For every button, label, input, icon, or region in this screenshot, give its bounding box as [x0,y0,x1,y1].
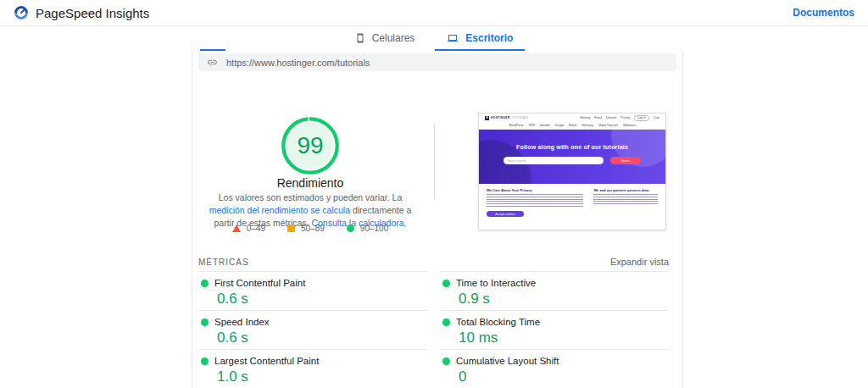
thumb-privacy-textlines [487,194,583,208]
metrics-grid: First Contentful Paint 0.6 s Time to Int… [198,271,669,388]
measurement-link[interactable]: medición del rendimiento se calcula [209,205,350,215]
thumb-subnav-item: Webinars [623,124,636,127]
thumb-subnav-item: VPN [529,124,535,127]
green-dot-icon [201,358,209,365]
thumb-subnav-item: Email [569,124,576,127]
disclaimer-text: Los valores son estimados y pueden varia… [219,192,403,202]
smartphone-icon [355,33,365,43]
legend-range: 0–49 [247,224,265,233]
metric-name: Total Blocking Time [456,317,540,327]
thumb-cart: Cart [654,116,659,119]
vertical-divider [434,123,435,199]
metric-total-blocking-time: Total Blocking Time 10 ms [440,310,669,349]
metric-largest-contentful-paint: Largest Contentful Paint 1.0 s [198,349,427,388]
device-tabs: Celulares Escritorio [0,27,868,51]
thumb-login-button: Log in [634,115,650,121]
metric-value: 0.6 s [217,330,427,346]
report-card: https://www.hostinger.com/tutorials 99 R… [192,51,683,388]
link-icon [207,57,218,68]
green-dot-icon [201,280,209,287]
thumb-subnav-item: Drupal [555,124,564,127]
app-title: PageSpeed Insights [36,6,149,20]
expand-view-link[interactable]: Expandir vista [610,257,669,267]
metric-name: Cumulative Layout Shift [456,356,559,366]
thumb-partners-textlines [593,194,658,204]
green-dot-icon [442,319,450,326]
page-url[interactable]: https://www.hostinger.com/tutorials [226,58,370,68]
performance-gauge: 99 [280,115,341,176]
pagespeed-logo-icon [14,5,29,20]
thumb-logo-text: HOSTINGER [491,116,510,119]
thumb-site-nav: Hosting Email Domain Pricing Log in Cart [580,115,659,121]
metric-name: Speed Index [214,317,270,327]
metric-value: 0.6 s [217,291,427,308]
thumb-cookie-banner: We Care About Your Privacy Accept cookie… [479,184,665,217]
thumb-privacy-heading: We Care About Your Privacy [487,188,583,192]
metric-value: 0 [459,369,669,385]
thumb-partners-heading: We and our partners process data: [593,188,658,192]
metric-value: 10 ms [459,330,669,346]
thumb-nav-item: Pricing [620,116,630,119]
legend-range: 50–89 [301,224,325,233]
pagespeed-insights-app: PageSpeed Insights Documentos Celulares … [0,0,868,388]
thumb-nav-item: Email [594,116,602,119]
desktop-icon [447,33,459,43]
thumb-subnav-item: Video Tutorials [598,124,618,127]
score-legend: 0–49 50–89 90–100 [192,224,428,233]
docs-link[interactable]: Documentos [793,7,854,19]
thumb-accept-cookies-button: Accept cookies [487,211,524,217]
metrics-header: MÉTRICAS Expandir vista [198,257,669,267]
url-bar: https://www.hostinger.com/tutorials [198,53,676,71]
metric-speed-index: Speed Index 0.6 s [198,310,427,349]
thumb-nav-item: Domain [606,116,616,119]
tab-celulares-label: Celulares [372,32,415,44]
green-dot-icon [201,319,209,326]
thumb-site-header: H HOSTINGER TUTORIALS Hosting Email Doma… [479,114,665,122]
green-dot-icon [442,358,450,365]
legend-range: 90–100 [360,224,388,233]
tab-celulares[interactable]: Celulares [343,27,427,51]
red-triangle-icon [232,224,241,232]
app-logo: PageSpeed Insights [14,5,149,20]
thumb-hero-banner: Follow along with one of our tutorials S… [479,130,665,184]
thumb-search-button: Search [610,157,641,164]
tab-escritorio-label: Escritorio [465,32,513,44]
metrics-section-title: MÉTRICAS [198,258,249,267]
page-screenshot-thumbnail: H HOSTINGER TUTORIALS Hosting Email Doma… [478,113,666,230]
tab-escritorio[interactable]: Escritorio [435,27,525,51]
gauge-label: Rendimiento [192,176,428,190]
metric-name: Time to Interactive [456,278,536,288]
thumb-search-input: Search article [504,157,604,164]
thumb-nav-item: Hosting [580,116,590,119]
metric-name: First Contentful Paint [214,278,305,288]
metric-cumulative-layout-shift: Cumulative Layout Shift 0 [440,349,669,388]
metric-first-contentful-paint: First Contentful Paint 0.6 s [198,271,427,310]
thumb-subnav-item: WordPress [509,124,523,127]
thumb-subnav-item: Glossary [581,124,593,127]
card-top-accent [200,49,225,51]
thumb-partners-column: We and our partners process data: [593,188,658,217]
thumb-subnav-item: Joomla! [540,124,550,127]
thumb-site-logo: H HOSTINGER TUTORIALS [485,116,528,120]
thumb-logo-suffix: TUTORIALS [512,116,529,119]
thumb-search-row: Search article Search [504,157,641,164]
thumb-subnav: WordPress VPN Joomla! Drupal Email Gloss… [479,122,665,130]
metric-name: Largest Contentful Paint [214,356,319,366]
legend-item-fail: 0–49 [232,224,265,233]
legend-item-average: 50–89 [287,224,325,233]
performance-score: 99 [280,115,341,176]
legend-item-pass: 90–100 [347,224,388,233]
metric-value: 0.9 s [459,291,669,308]
metric-value: 1.0 s [217,369,427,385]
thumb-hero-title: Follow along with one of our tutorials [516,144,628,150]
metric-time-to-interactive: Time to Interactive 0.9 s [440,271,669,310]
green-circle-icon [347,224,354,232]
hostinger-logo-icon: H [485,116,489,120]
green-dot-icon [442,280,450,287]
app-header: PageSpeed Insights Documentos [0,0,868,26]
thumb-privacy-column: We Care About Your Privacy Accept cookie… [487,188,583,217]
orange-square-icon [287,224,295,232]
